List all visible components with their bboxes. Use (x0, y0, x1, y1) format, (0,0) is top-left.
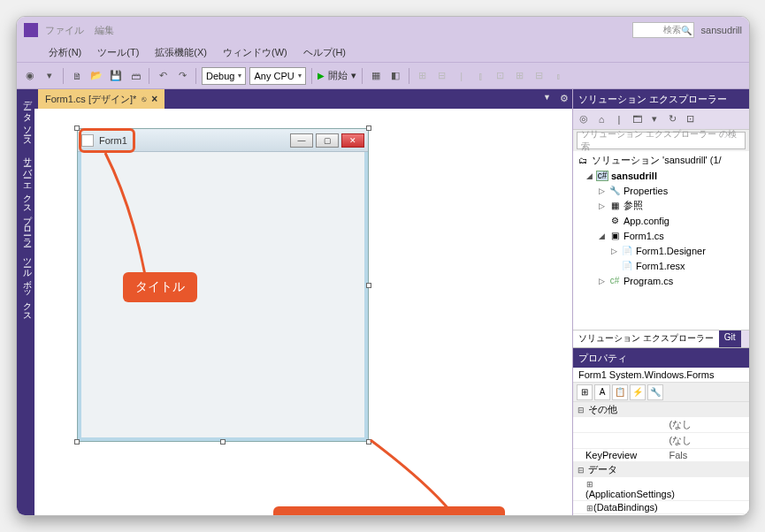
tabstrip: Form1.cs [デザイン]* ⎋ × ▼ ⚙ (34, 89, 572, 109)
document-area: Form1.cs [デザイン]* ⎋ × ▼ ⚙ Form1 — ▢ ✕ (34, 89, 572, 515)
titlebar-truncated-menus: ファイル編集 (45, 24, 632, 37)
designer-surface[interactable]: Form1 — ▢ ✕ (34, 109, 572, 515)
wrench-icon: 🔧 (608, 186, 621, 196)
toolbar: ◉ ▾ 🗎 📂 💾 🗃 ↶ ↷ Debug Any CPU ▶開始 ▾ ▦ ◧ … (17, 63, 749, 89)
rail-datasources[interactable]: データ ソース (19, 95, 33, 142)
wrench-icon[interactable]: 🔧 (647, 384, 663, 400)
menu-analyze[interactable]: 分析(N) (49, 46, 81, 59)
solution-search-input[interactable]: ソリューション エクスプローラー の検索 (577, 132, 746, 149)
config-icon: ⚙ (608, 216, 621, 226)
right-column: ソリューション エクスプローラー ◎ ⌂ | 🗔 ▾ ↻ ⊡ ソリューション エ… (572, 89, 749, 515)
events-icon[interactable]: ⚡ (630, 384, 646, 400)
search-input[interactable]: 検索 🔍 (632, 22, 694, 38)
titlebar: ファイル編集 検索 🔍 sansudrill (17, 17, 749, 43)
properties-panel: プロパティ Form1 System.Windows.Forms ⊞ A 📋 ⚡… (573, 347, 749, 515)
resize-handle[interactable] (366, 439, 371, 445)
properties-header: プロパティ (573, 348, 749, 368)
solution-explorer-header: ソリューション エクスプローラー (573, 89, 749, 109)
categorize-icon[interactable]: ⊞ (577, 384, 593, 400)
filter-icon[interactable]: ▾ (647, 112, 662, 126)
undo-icon[interactable]: ↶ (155, 68, 171, 84)
menu-help[interactable]: ヘルプ(H) (303, 46, 346, 59)
resize-handle[interactable] (366, 283, 371, 288)
resize-handle[interactable] (220, 439, 226, 445)
home-icon[interactable]: ⌂ (594, 112, 608, 126)
collapse-icon[interactable]: ⊡ (683, 112, 697, 126)
open-icon[interactable]: 📂 (88, 68, 104, 84)
refresh-icon[interactable]: ↻ (665, 112, 679, 126)
rail-toolbox[interactable]: ツールボックス (19, 252, 33, 317)
menu-tools[interactable]: ツール(T) (97, 46, 139, 59)
user-label[interactable]: sansudrill (701, 25, 742, 35)
left-tool-rail: データ ソース サーバー エクスプローラー ツールボックス (17, 89, 34, 515)
rail-server-explorer[interactable]: サーバー エクスプローラー (19, 151, 33, 243)
gear-icon[interactable]: ⚙ (560, 93, 569, 104)
annotation-callout-resize: フォームのサイズを適当な大きさに変更 (273, 506, 505, 515)
solution-toolbar: ◎ ⌂ | 🗔 ▾ ↻ ⊡ (573, 109, 749, 130)
solution-icon: 🗂 (577, 156, 589, 166)
minimize-icon[interactable]: — (290, 133, 313, 148)
pin-icon[interactable]: ⎋ (142, 95, 146, 103)
platform-combo[interactable]: Any CPU (249, 67, 305, 85)
tab-dropdown-icon[interactable]: ▼ (543, 93, 551, 102)
sync-icon[interactable]: 🗔 (630, 112, 644, 126)
tab-git[interactable]: Git (719, 331, 741, 347)
new-file-icon[interactable]: 🗎 (69, 68, 85, 84)
properties-toolbar: ⊞ A 📋 ⚡ 🔧 (573, 383, 749, 402)
config-combo[interactable]: Debug (202, 67, 246, 85)
menu-extensions[interactable]: 拡張機能(X) (155, 46, 207, 59)
close-icon[interactable]: × (151, 93, 157, 105)
nav-fwd-icon[interactable]: ▾ (42, 68, 57, 84)
properties-target[interactable]: Form1 System.Windows.Forms (573, 368, 749, 383)
form-file-icon: ▣ (608, 231, 621, 241)
redo-icon[interactable]: ↷ (174, 68, 190, 84)
nav-back-icon[interactable]: ◉ (22, 68, 38, 84)
alpha-icon[interactable]: A (594, 384, 610, 400)
save-all-icon[interactable]: 🗃 (127, 68, 143, 84)
vs-window: ファイル編集 検索 🔍 sansudrill 分析(N) ツール(T) 拡張機能… (16, 16, 750, 516)
references-icon: ▦ (608, 201, 621, 211)
menubar: 分析(N) ツール(T) 拡張機能(X) ウィンドウ(W) ヘルプ(H) (17, 43, 749, 63)
menu-window[interactable]: ウィンドウ(W) (223, 46, 287, 59)
annotation-box (79, 128, 135, 153)
annotation-callout-title: タイトル (123, 272, 197, 302)
close-icon[interactable]: ✕ (341, 133, 364, 148)
tab-solution-explorer[interactable]: ソリューション エクスプローラー (573, 331, 719, 347)
toolbar-icon[interactable]: ◧ (387, 68, 403, 84)
home-icon[interactable]: ◎ (577, 112, 591, 126)
solution-tree[interactable]: 🗂ソリューション 'sansudrill' (1/ ◢c#sansudrill … (573, 151, 749, 330)
props-icon[interactable]: 📋 (612, 384, 628, 400)
solution-panel-tabs: ソリューション エクスプローラー Git (573, 330, 749, 347)
properties-grid[interactable]: ⊟その他 (なし (なし KeyPreviewFals ⊟データ ⊞(Appli… (573, 402, 749, 515)
maximize-icon[interactable]: ▢ (316, 133, 339, 148)
cs-file-icon: 📄 (621, 246, 633, 256)
save-icon[interactable]: 💾 (108, 68, 124, 84)
tab-form1-design[interactable]: Form1.cs [デザイン]* ⎋ × (38, 89, 164, 109)
vs-logo-icon (24, 23, 38, 37)
toolbar-icon[interactable]: ▦ (368, 68, 384, 84)
form-preview[interactable]: Form1 — ▢ ✕ (77, 128, 369, 442)
resx-file-icon: 📄 (621, 261, 633, 271)
play-icon: ▶ (317, 71, 325, 80)
start-button[interactable]: ▶開始 ▾ (317, 69, 356, 82)
